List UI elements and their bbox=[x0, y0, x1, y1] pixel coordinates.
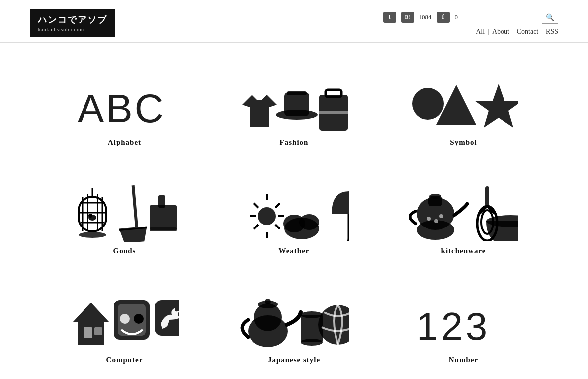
svg-rect-57 bbox=[94, 327, 102, 335]
logo-title: ハンコでアソブ bbox=[38, 14, 107, 26]
svg-point-40 bbox=[299, 214, 319, 230]
svg-rect-6 bbox=[326, 90, 341, 97]
hatena-count: 1084 bbox=[419, 13, 432, 21]
category-kitchenware[interactable]: kitchenware bbox=[379, 171, 548, 270]
logo-subtitle: hankodeasobu.com bbox=[38, 27, 107, 32]
facebook-count: 0 bbox=[455, 13, 458, 21]
svg-line-36 bbox=[275, 203, 280, 208]
svg-line-35 bbox=[275, 225, 280, 229]
svg-rect-3 bbox=[284, 92, 309, 116]
svg-line-37 bbox=[254, 225, 258, 229]
category-alphabet-label: Alphabet bbox=[108, 138, 141, 147]
svg-point-69 bbox=[301, 339, 323, 346]
twitter-icon[interactable]: t bbox=[383, 12, 396, 23]
svg-rect-56 bbox=[84, 327, 92, 338]
svg-point-60 bbox=[120, 314, 130, 324]
category-weather-label: Weather bbox=[279, 247, 310, 255]
svg-point-22 bbox=[88, 214, 92, 218]
main-nav: All | About | Contact | RSS bbox=[476, 28, 558, 36]
search-bar: 🔍 bbox=[463, 11, 558, 24]
svg-rect-28 bbox=[150, 227, 177, 231]
svg-rect-4 bbox=[287, 91, 307, 95]
category-fashion-label: Fashion bbox=[280, 138, 309, 147]
nav-about[interactable]: About bbox=[492, 28, 509, 36]
svg-point-45 bbox=[429, 194, 441, 199]
category-weather[interactable]: Weather bbox=[209, 171, 379, 270]
svg-point-66 bbox=[265, 299, 271, 304]
svg-point-47 bbox=[434, 219, 438, 223]
svg-point-46 bbox=[427, 217, 431, 221]
search-input[interactable] bbox=[463, 11, 542, 23]
header-right: t B! 1084 f 0 🔍 All | About | Contact | … bbox=[383, 11, 559, 36]
category-kitchenware-label: kitchenware bbox=[441, 247, 486, 255]
svg-text:123: 123 bbox=[417, 304, 490, 347]
category-grid: ABC Alphabet bbox=[0, 43, 588, 379]
category-computer[interactable]: Computer bbox=[40, 280, 209, 379]
site-logo[interactable]: ハンコでアソブ hankodeasobu.com bbox=[30, 9, 115, 37]
svg-marker-1 bbox=[242, 95, 277, 127]
svg-point-48 bbox=[439, 214, 443, 218]
category-fashion-image bbox=[237, 77, 351, 132]
hatena-icon[interactable]: B! bbox=[401, 12, 414, 23]
category-symbol-image bbox=[409, 77, 518, 132]
category-japanese-style-image bbox=[240, 295, 349, 350]
nav-contact[interactable]: Contact bbox=[517, 28, 539, 36]
nav-all[interactable]: All bbox=[476, 28, 485, 36]
category-symbol-label: Symbol bbox=[450, 138, 477, 147]
category-weather-image bbox=[240, 186, 349, 241]
category-goods-label: Goods bbox=[113, 247, 136, 255]
social-icons-bar: t B! 1084 f 0 🔍 bbox=[383, 11, 559, 24]
category-fashion[interactable]: Fashion bbox=[209, 63, 379, 161]
svg-rect-23 bbox=[131, 185, 138, 227]
category-alphabet-image: ABC bbox=[75, 77, 174, 132]
facebook-icon[interactable]: f bbox=[437, 12, 450, 23]
svg-point-8 bbox=[412, 88, 444, 120]
category-number-label: Number bbox=[449, 356, 478, 364]
category-computer-label: Computer bbox=[106, 356, 143, 364]
svg-point-29 bbox=[258, 207, 276, 225]
svg-point-11 bbox=[79, 232, 106, 238]
svg-point-61 bbox=[134, 314, 144, 324]
category-goods-image bbox=[70, 186, 179, 241]
category-kitchenware-image bbox=[409, 186, 518, 241]
svg-text:ABC: ABC bbox=[78, 86, 166, 130]
category-symbol[interactable]: Symbol bbox=[379, 63, 548, 161]
nav-rss[interactable]: RSS bbox=[546, 28, 558, 36]
svg-rect-26 bbox=[150, 205, 177, 230]
search-button[interactable]: 🔍 bbox=[542, 11, 558, 24]
svg-rect-7 bbox=[319, 111, 348, 114]
svg-rect-27 bbox=[158, 195, 165, 208]
svg-marker-55 bbox=[73, 303, 109, 345]
category-number[interactable]: 123 Number bbox=[379, 280, 548, 379]
category-goods[interactable]: Goods bbox=[40, 171, 209, 270]
category-computer-image bbox=[70, 295, 179, 350]
category-alphabet[interactable]: ABC Alphabet bbox=[40, 63, 209, 161]
svg-rect-49 bbox=[485, 186, 489, 206]
site-header: ハンコでアソブ hankodeasobu.com t B! 1084 f 0 🔍… bbox=[0, 0, 588, 43]
svg-point-68 bbox=[301, 311, 323, 318]
category-japanese-style-label: Japanese style bbox=[268, 356, 320, 364]
category-japanese-style[interactable]: Japanese style bbox=[209, 280, 379, 379]
svg-line-34 bbox=[254, 203, 258, 208]
svg-marker-10 bbox=[475, 84, 518, 128]
category-number-image: 123 bbox=[414, 295, 513, 350]
